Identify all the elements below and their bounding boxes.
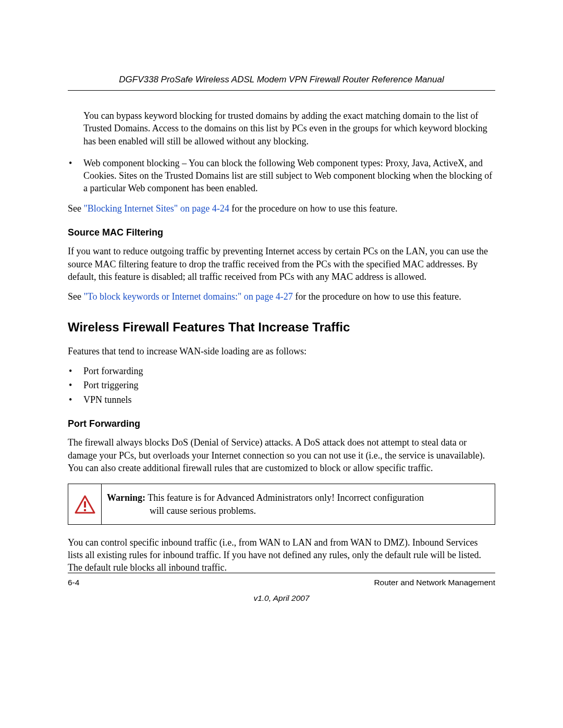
increase-intro: Features that tend to increase WAN-side …	[68, 345, 495, 357]
see-blocking-sites: See "Blocking Internet Sites" on page 4-…	[68, 202, 495, 215]
increase-traffic-list: Port forwarding Port triggering VPN tunn…	[68, 365, 495, 406]
list-item: VPN tunnels	[68, 393, 495, 406]
trusted-domains-paragraph: You can bypass keyword blocking for trus…	[83, 109, 495, 147]
see-post: for the procedure on how to use this fea…	[229, 203, 398, 214]
see-post-2: for the procedure on how to use this fea…	[293, 291, 461, 302]
increase-traffic-heading: Wireless Firewall Features That Increase…	[68, 319, 495, 336]
warning-line2: will cause serious problems.	[107, 504, 486, 517]
web-component-item: Web component blocking – You can block t…	[68, 157, 495, 195]
page-number: 6-4	[68, 577, 79, 588]
warning-icon-cell	[68, 484, 102, 524]
footer-version: v1.0, April 2007	[0, 593, 563, 604]
source-mac-filtering-heading: Source MAC Filtering	[68, 226, 495, 239]
svg-rect-1	[84, 509, 86, 511]
warning-line1: This feature is for Advanced Administrat…	[145, 492, 424, 503]
page-footer: 6-4 Router and Network Management	[68, 573, 495, 588]
mac-filtering-paragraph: If you want to reduce outgoing traffic b…	[68, 245, 495, 283]
inbound-control-paragraph: You can control specific inbound traffic…	[68, 536, 495, 574]
page-header-title: DGFV338 ProSafe Wireless ADSL Modem VPN …	[68, 74, 495, 91]
port-forwarding-paragraph: The firewall always blocks DoS (Denial o…	[68, 436, 495, 474]
svg-rect-0	[84, 501, 86, 508]
content-blocking-list: Web component blocking – You can block t…	[68, 157, 495, 195]
blocking-sites-link[interactable]: "Blocking Internet Sites" on page 4-24	[84, 203, 229, 214]
list-item: Port triggering	[68, 379, 495, 391]
warning-box: Warning: This feature is for Advanced Ad…	[68, 484, 495, 525]
see-block-keywords: See "To block keywords or Internet domai…	[68, 290, 495, 303]
block-keywords-link[interactable]: "To block keywords or Internet domains:"…	[84, 291, 293, 302]
warning-label: Warning:	[107, 492, 145, 503]
section-label: Router and Network Management	[374, 577, 495, 588]
see-pre-2: See	[68, 291, 84, 302]
warning-triangle-icon	[75, 495, 95, 514]
warning-text: Warning: This feature is for Advanced Ad…	[102, 484, 495, 524]
list-item: Port forwarding	[68, 365, 495, 377]
port-forwarding-heading: Port Forwarding	[68, 417, 495, 430]
see-pre: See	[68, 203, 84, 214]
